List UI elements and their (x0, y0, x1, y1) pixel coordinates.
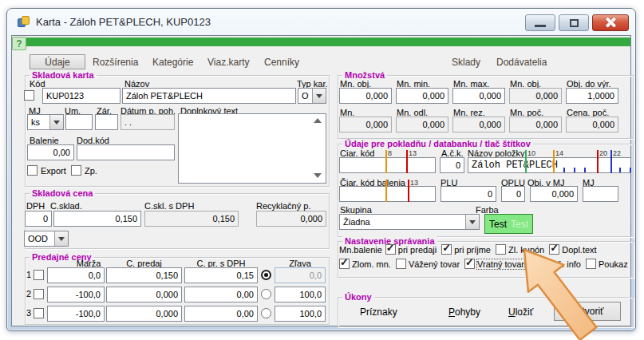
priznaky-button[interactable]: Príznaky (355, 306, 402, 318)
plu-field[interactable]: 0 (441, 186, 496, 202)
nastavenie-row1: Mn.balenie pri predaji pri príjme Zl. ku… (339, 244, 602, 255)
tab-cenniky[interactable]: Cenníky (264, 57, 299, 68)
ack-field[interactable]: 0 (440, 157, 464, 173)
tab-viazkarty[interactable]: Viaz.karty (207, 57, 249, 68)
zlom-mn-checkbox[interactable] (339, 259, 350, 269)
poukaz-checkbox[interactable] (586, 259, 596, 269)
zlava-field-3[interactable]: 100,0 (275, 306, 326, 322)
ruler-tick-red (406, 150, 408, 173)
window-title: Karta - Záloh PET&PLECH, KUP0123 (36, 16, 211, 28)
marza-field-1[interactable]: 0,0 (47, 267, 105, 283)
mn-rez-field[interactable]: 0,000 (452, 117, 505, 132)
c-predaj-field-1[interactable]: 0,150 (106, 267, 182, 283)
mn-obj-field[interactable]: 0,000 (339, 88, 392, 104)
obj-v-mj-field[interactable]: 0,000 (530, 186, 578, 202)
marza-field-3[interactable]: -100,0 (47, 306, 105, 322)
mn-obj2-field[interactable]: 0,000 (509, 88, 562, 104)
zlava-field-2[interactable]: 100,0 (275, 287, 326, 302)
dopl-text-label: Dopl.text (562, 245, 596, 255)
balenia-field[interactable] (339, 186, 436, 202)
c-predaj-field-3[interactable]: 0,000 (106, 306, 182, 322)
group-title-skladova-cena: Skladová cena (30, 188, 95, 198)
mn-min-field[interactable]: 0,000 (396, 88, 448, 104)
scroll-down-icon[interactable] (314, 173, 322, 178)
mn-odl-field[interactable]: 0,000 (396, 117, 448, 132)
recykl-field[interactable]: 0,000 (256, 211, 326, 227)
vratny-tovar-checkbox[interactable] (464, 259, 475, 269)
mn-field[interactable]: 0,000 (339, 117, 392, 132)
tab-sklady[interactable]: Sklady (452, 57, 480, 68)
um-field[interactable] (65, 114, 93, 130)
rozs-info-checkbox[interactable] (529, 259, 539, 269)
ood-select[interactable]: OOD (24, 231, 69, 247)
scroll-up-icon[interactable] (314, 118, 322, 123)
pri-predaji-checkbox[interactable] (385, 244, 396, 255)
kod-field[interactable]: KUP0123 (42, 88, 121, 104)
mn-max-field[interactable]: 0,000 (452, 88, 505, 104)
pohyby-button[interactable]: Pohyby (444, 306, 485, 318)
typ-kar-select[interactable]: O (298, 88, 326, 104)
price-radio-3[interactable] (261, 308, 271, 318)
price-row1-checkbox[interactable] (34, 270, 44, 280)
price-radio-2[interactable] (261, 289, 271, 299)
mn-poc-field[interactable]: 0,000 (509, 117, 562, 132)
nazov-polozky-field[interactable]: Záloh PET&PLECH (468, 157, 631, 173)
cena-poc-field[interactable]: 0,000 (566, 117, 618, 132)
c-pr-s-dph-field-1[interactable]: 0,15 (184, 267, 258, 283)
vazeny-tovar-checkbox[interactable] (396, 259, 406, 269)
export-checkbox[interactable] (27, 165, 38, 176)
tab-udaje[interactable]: Údaje (30, 54, 85, 69)
rozs-info-label: Rozš. info (542, 259, 581, 269)
balenie-field[interactable]: 0,00 (27, 144, 74, 160)
pri-prijme-checkbox[interactable] (441, 244, 452, 255)
c-predaj-field-2[interactable]: 0,000 (106, 287, 182, 302)
chevron-down-icon[interactable] (312, 89, 326, 103)
nazov-field[interactable]: Záloh PET&PLECH (122, 88, 296, 104)
titlebar[interactable]: Karta - Záloh PET&PLECH, KUP0123 (7, 9, 635, 35)
c-pr-s-dph-field-3[interactable]: 0,00 (184, 306, 258, 322)
chevron-down-icon[interactable] (54, 231, 68, 246)
dopl-text-checkbox[interactable] (549, 244, 559, 255)
price-row-num: 2 (26, 289, 31, 298)
help-button[interactable]: ? (12, 37, 26, 50)
maximize-button[interactable] (559, 14, 589, 31)
price-row2-checkbox[interactable] (34, 289, 44, 299)
c-pr-s-dph-field-2[interactable]: 0,00 (184, 287, 258, 302)
ciarkod-mark-13: 13 (409, 149, 417, 157)
doplnkovy-textarea[interactable] (178, 113, 326, 184)
dodkod-field[interactable] (77, 144, 175, 160)
zatvorit-button[interactable]: Zatvoriť (554, 302, 621, 321)
qplu-field[interactable]: 0 (501, 186, 525, 202)
chevron-down-icon[interactable] (49, 115, 63, 129)
window-controls (525, 14, 629, 31)
ciarkod-field[interactable] (339, 157, 436, 173)
kod-checkbox[interactable] (24, 90, 34, 101)
csklad-field[interactable]: 0,150 (53, 211, 141, 227)
minimize-button[interactable] (525, 14, 555, 31)
datum-field[interactable]: . . (121, 114, 175, 130)
farba-swatch-button[interactable]: Test Test (484, 214, 533, 234)
zl-kupon-checkbox[interactable] (496, 244, 506, 255)
tab-rozsirenia[interactable]: Rozšírenia (93, 57, 138, 68)
tab-kategorie[interactable]: Kategórie (152, 57, 193, 68)
skupina-select[interactable]: Žiadna (339, 214, 480, 230)
chevron-down-icon[interactable] (465, 215, 479, 229)
zar-field[interactable] (95, 114, 118, 130)
pri-predaji-label: pri predaji (398, 245, 437, 255)
close-button[interactable] (592, 14, 629, 31)
marza-field-2[interactable]: -100,0 (47, 287, 105, 302)
zp-label: Zp. (85, 166, 97, 176)
dph-label: DPH (26, 201, 45, 211)
zlava-field-1[interactable]: 0,0 (275, 267, 326, 283)
obj-do-vyr-field[interactable]: 1,0000 (566, 88, 618, 104)
price-row3-checkbox[interactable] (34, 308, 44, 318)
ruler-tick-red (597, 150, 599, 173)
mj-select[interactable]: ks (27, 114, 64, 130)
ulozit-button[interactable]: Uložiť (504, 306, 538, 318)
price-radio-1[interactable] (261, 270, 271, 280)
mj2-field[interactable] (583, 186, 618, 202)
cskldph-field[interactable]: 0,150 (144, 211, 239, 227)
zp-checkbox[interactable] (71, 165, 81, 176)
tab-dodavatelia[interactable]: Dodávatelia (496, 57, 547, 68)
dph-field[interactable]: 0 (25, 211, 52, 227)
